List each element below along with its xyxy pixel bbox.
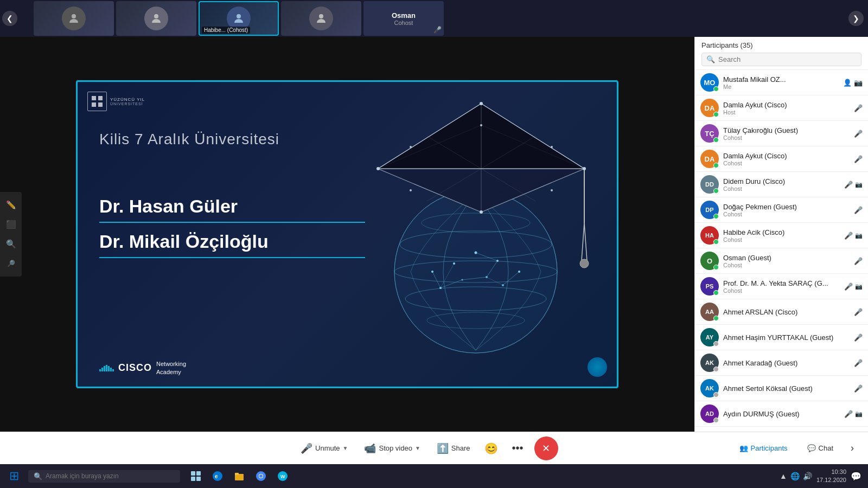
networking-academy-text: NetworkingAcademy <box>156 360 186 376</box>
svg-point-48 <box>480 124 482 126</box>
status-indicator <box>713 112 719 117</box>
participant-item[interactable]: MO Mustafa Mikail OZ... Me 👤 📷 <box>695 70 868 95</box>
mic-icon: 🎤 <box>854 359 863 367</box>
participant-item[interactable]: DD Didem Duru (Cisco) Cohost 🎤 📷 <box>695 172 868 197</box>
svg-rect-55 <box>191 477 195 481</box>
participant-item[interactable]: AK Ahmet Sertol Köksal (Guest) 🎤 <box>695 376 868 401</box>
participant-item[interactable]: TÇ Tülay Çakıroğlu (Guest) Cohost 🎤 <box>695 121 868 146</box>
video-thumb-3[interactable]: Habibe... (Cohost) <box>199 1 279 36</box>
emoji-button[interactable]: 😊 <box>481 439 501 458</box>
video-next-btn[interactable]: ❯ <box>848 11 864 26</box>
participant-item[interactable]: DP Doğaç Pekmen (Guest) Cohost 🎤 <box>695 197 868 223</box>
chrome-browser-icon[interactable] <box>251 466 271 486</box>
edge-browser-icon[interactable]: e <box>207 466 228 486</box>
participant-info: Ahmet Haşim YURTTAKAL (Guest) <box>723 333 850 342</box>
participant-item[interactable]: HA Habibe Acik (Cisco) Cohost 🎤 📷 <box>695 223 868 248</box>
participant-item[interactable]: AK Ahmet Karadağ (Guest) 🎤 <box>695 350 868 376</box>
taskbar-time: 10:30 <box>816 468 846 476</box>
status-indicator <box>713 316 719 321</box>
taskbar: ⊞ 🔍 e W ▲ 🌐 🔊 10:30 17.12.2020 💬 <box>0 464 868 488</box>
share-button[interactable]: ⬆️ Share <box>431 439 476 458</box>
participant-item[interactable]: DA Damla Aykut (Cisco) Host 🎤 <box>695 95 868 121</box>
taskbar-search-input[interactable] <box>46 472 175 480</box>
mic-icon: 🎤 <box>844 282 853 291</box>
participant-info: Ahmet ARSLAN (Cisco) <box>723 308 850 316</box>
stop-video-button[interactable]: 📹 Stop video ▼ <box>359 439 425 458</box>
chat-nav-label: Chat <box>819 444 833 452</box>
more-options-button[interactable]: ••• <box>507 439 529 458</box>
chat-nav-button[interactable]: 💬 Chat <box>802 441 839 455</box>
file-explorer-icon[interactable] <box>229 466 250 486</box>
pen-tool-btn[interactable]: ✏️ <box>2 196 20 214</box>
participant-controls: 🎤 <box>854 333 863 342</box>
participant-controls: 🎤 <box>854 308 863 316</box>
shape-tool-btn[interactable]: ⬛ <box>2 216 20 233</box>
participant-item[interactable]: O Osman (Guest) Cohost 🎤 <box>695 248 868 274</box>
status-indicator <box>713 265 719 270</box>
participant-name: Ahmet Sertol Köksal (Guest) <box>723 384 850 393</box>
participant-item[interactable]: PS Prof. Dr. M. A. Yekta SARAÇ (G... Coh… <box>695 274 868 299</box>
windows-start-button[interactable]: ⊞ <box>3 466 25 486</box>
svg-point-49 <box>551 146 553 148</box>
svg-point-45 <box>583 167 586 170</box>
participant-item[interactable]: AA Ahmet ARSLAN (Cisco) 🎤 <box>695 299 868 325</box>
svg-line-37 <box>582 223 584 261</box>
participant-name: Ahmet Karadağ (Guest) <box>723 359 850 367</box>
sidebar-toggle-button[interactable]: › <box>847 439 857 457</box>
webex-icon[interactable]: W <box>272 466 293 486</box>
participant-role: Me <box>723 84 839 90</box>
video-thumb-1[interactable] <box>34 1 114 36</box>
status-indicator <box>713 163 719 168</box>
zoom-out-btn[interactable]: 🔎 <box>2 255 20 272</box>
participant-item[interactable]: AD Aydın DURMUŞ (Guest) 🎤 📷 <box>695 401 868 427</box>
avatar-initials: MO <box>704 79 716 87</box>
search-input[interactable] <box>718 55 857 63</box>
zoom-in-btn[interactable]: 🔍 <box>2 235 20 253</box>
participant-name: Damla Aykut (Cisco) <box>723 101 850 109</box>
video-thumb-2[interactable] <box>116 1 196 36</box>
participant-item[interactable]: AY Ahmet Haşim YURTTAKAL (Guest) 🎤 <box>695 325 868 350</box>
participant-role: Cohost <box>723 134 850 141</box>
notifications-icon[interactable]: 💬 <box>851 471 861 481</box>
participant-role: Host <box>723 109 850 115</box>
slide-underline1 <box>99 222 365 223</box>
video-thumb-4[interactable] <box>281 1 361 36</box>
mic-icon: 🎤 <box>854 384 863 393</box>
unmute-chevron: ▼ <box>343 445 348 451</box>
avatar-initials: DA <box>705 155 715 163</box>
volume-icon[interactable]: 🔊 <box>803 472 812 480</box>
mic-icon: 🎤 <box>854 257 863 265</box>
search-box[interactable]: 🔍 <box>701 53 861 66</box>
camera-off-icon: 📷 <box>855 283 863 290</box>
participant-controls: 🎤 📷 <box>844 232 863 240</box>
svg-rect-53 <box>191 471 195 476</box>
participant-name: Damla Aykut (Cisco) <box>723 152 850 160</box>
avatar-initials: TÇ <box>705 130 714 138</box>
slide-logo-sub: ÜNİVERSİTESİ <box>110 102 145 106</box>
participants-nav-button[interactable]: 👥 Participants <box>734 441 793 455</box>
network-icon[interactable]: 🌐 <box>790 472 800 480</box>
slide-logo-text: YÜZÜNCÜ YIL <box>110 97 145 102</box>
participant-info: Prof. Dr. M. A. Yekta SARAÇ (G... Cohost <box>723 279 840 294</box>
unmute-button[interactable]: 🎤 Unmute ▼ <box>295 439 353 458</box>
participant-role: Cohost <box>723 211 850 217</box>
osman-name: Osman <box>392 11 416 20</box>
show-desktop-icon[interactable]: ▲ <box>780 472 787 480</box>
participant-controls: 🎤 <box>854 155 863 163</box>
taskbar-search-box[interactable]: 🔍 <box>28 470 180 483</box>
end-call-button[interactable]: ✕ <box>534 436 558 460</box>
taskview-button[interactable] <box>186 466 206 486</box>
camera-off-icon: 📷 <box>854 79 863 87</box>
video-prev-btn[interactable]: ❮ <box>2 11 17 26</box>
svg-rect-5 <box>98 96 103 100</box>
status-indicator <box>713 188 719 194</box>
slide-toolbar: ✏️ ⬛ 🔍 🔎 <box>0 192 22 277</box>
video-thumb-5[interactable]: Osman Cohost 🎤 <box>363 1 444 36</box>
participant-name: Mustafa Mikail OZ... <box>723 75 839 84</box>
graduation-cap-visual <box>356 93 606 364</box>
participant-item[interactable]: DA Damla Aykut (Cisco) Cohost 🎤 <box>695 146 868 172</box>
participant-controls: 🎤 <box>854 104 863 112</box>
svg-point-44 <box>480 102 483 105</box>
participant-role: Cohost <box>723 185 840 192</box>
end-call-icon: ✕ <box>542 442 550 454</box>
